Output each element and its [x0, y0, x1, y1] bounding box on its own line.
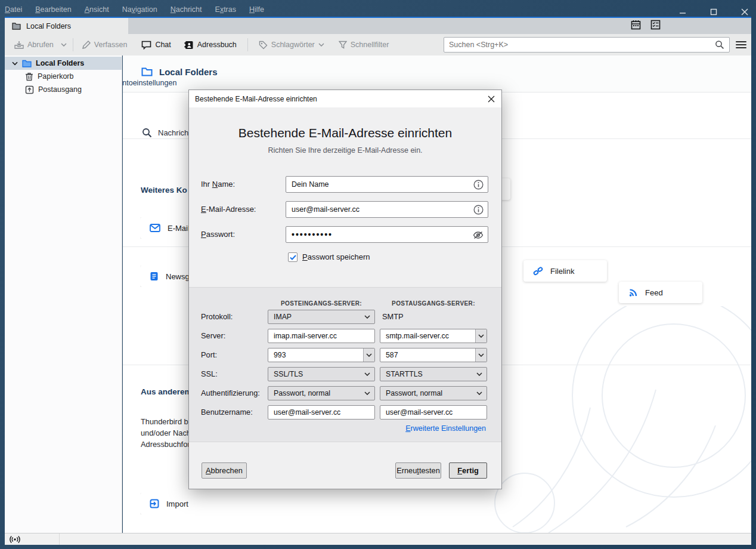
outgoing-server-combo[interactable]: smtp.mail-server.cc — [380, 329, 487, 343]
sidebar-item-papierkorb[interactable]: Papierkorb — [5, 70, 122, 83]
name-label: Ihr Name: — [201, 176, 235, 193]
tags-button[interactable]: Schlagwörter — [254, 38, 329, 53]
envelope-icon — [150, 224, 160, 232]
sidebar-item-label: Postausgang — [38, 85, 82, 94]
sidebar-item-label: Local Folders — [36, 59, 84, 67]
chevron-down-icon — [364, 391, 370, 395]
menu-bearbeiten[interactable]: Bearbeiten — [35, 5, 71, 14]
server-label: Server: — [201, 329, 225, 343]
password-input[interactable]: •••••••••• — [286, 226, 488, 243]
retest-button[interactable]: Erneut testen — [395, 462, 441, 479]
chevron-down-icon[interactable] — [475, 329, 487, 343]
remember-password-checkbox[interactable] — [288, 252, 298, 262]
import-button-clip: Import — [140, 493, 188, 514]
eye-slash-icon[interactable] — [473, 231, 484, 239]
tasks-icon[interactable] — [650, 20, 661, 30]
search-input[interactable]: Suchen <Strg+K> — [444, 37, 730, 53]
search-icon — [715, 40, 724, 50]
dialog-close-icon[interactable] — [484, 92, 499, 106]
feed-button[interactable]: Feed — [619, 282, 702, 303]
get-mail-button[interactable]: Abrufen — [10, 38, 58, 53]
outgoing-ssl-select[interactable]: STARTTLS — [380, 367, 487, 381]
incoming-server-header: POSTEINGANGS-SERVER: — [268, 300, 375, 307]
email-label: E-Mail-Adresse: — [201, 201, 256, 218]
menu-extras[interactable]: Extras — [215, 5, 236, 14]
dialog-subheading: Richten Sie Ihre derzeitige E-Mail-Adres… — [189, 146, 501, 155]
outgoing-server-header: POSTAUSGANGS-SERVER: — [380, 300, 487, 307]
outbox-icon — [25, 85, 34, 94]
outgoing-protocol-value: SMTP — [382, 310, 404, 324]
incoming-ssl-select[interactable]: SSL/TLS — [268, 367, 375, 381]
newsgroup-button[interactable]: Newsg — [140, 266, 188, 287]
toolbar-separator — [247, 38, 248, 51]
calendar-icon[interactable] — [631, 20, 641, 30]
toolbar-separator — [73, 38, 73, 51]
incoming-username-input[interactable]: user@mail-server.cc — [268, 405, 375, 420]
email-account-button[interactable]: E-Mail — [140, 217, 188, 239]
incoming-server-input[interactable]: imap.mail-server.cc — [268, 329, 375, 343]
password-label: Passwort: — [201, 226, 235, 243]
compose-button[interactable]: Verfassen — [77, 38, 132, 53]
cancel-button[interactable]: Abbrechen — [202, 462, 247, 479]
outgoing-auth-select[interactable]: Passwort, normal — [380, 386, 487, 400]
chevron-down-icon — [364, 372, 370, 376]
get-mail-dropdown[interactable] — [58, 40, 69, 50]
email-input[interactable]: user@mail-server.cc — [286, 201, 488, 218]
info-icon — [473, 205, 484, 215]
menu-hilfe[interactable]: Hilfe — [249, 5, 264, 14]
main-toolbar: Abrufen Verfassen Chat Adressbuch Schlag… — [5, 34, 751, 55]
minimize-icon[interactable] — [677, 7, 688, 17]
chevron-down-icon — [476, 372, 482, 376]
incoming-protocol-select[interactable]: IMAP — [268, 310, 375, 324]
tray-icons — [631, 20, 661, 30]
username-label: Benutzername: — [201, 405, 253, 420]
outgoing-port-combo[interactable]: 587 — [380, 348, 487, 362]
search-placeholder: Suchen <Strg+K> — [449, 41, 715, 49]
pencil-icon — [82, 41, 91, 50]
dialog-title: Bestehende E-Mail-Adresse einrichten — [195, 95, 317, 103]
incoming-auth-select[interactable]: Passwort, normal — [268, 386, 375, 400]
menu-datei[interactable]: Datei — [5, 5, 22, 14]
quick-filter-button[interactable]: Schnellfilter — [334, 38, 394, 52]
menu-navigation[interactable]: Navigation — [122, 5, 157, 14]
account-settings-button[interactable]: Kontoeinstellungen — [123, 78, 727, 88]
chevron-down-icon[interactable] — [363, 348, 374, 362]
tab-label: Local Folders — [26, 22, 71, 30]
rss-icon — [628, 288, 638, 297]
trash-icon — [25, 72, 33, 81]
done-button[interactable]: Fertig — [449, 462, 487, 479]
folder-icon — [22, 60, 32, 67]
menu-nachricht[interactable]: Nachricht — [171, 5, 202, 14]
advanced-settings-link[interactable]: Erweiterte Einstellungen — [405, 424, 486, 433]
folder-icon — [141, 67, 153, 76]
filelink-button[interactable]: Filelink — [523, 260, 607, 282]
info-icon — [473, 180, 484, 190]
status-icon-box[interactable] — [5, 533, 60, 545]
close-icon[interactable] — [739, 7, 750, 17]
chat-button[interactable]: Chat — [137, 38, 175, 53]
sidebar-item-postausgang[interactable]: Postausgang — [5, 83, 122, 96]
tab-local-folders[interactable]: Local Folders — [5, 18, 128, 34]
newsgroup-icon — [150, 272, 159, 281]
sidebar-item-local-folders[interactable]: Local Folders — [5, 57, 122, 70]
auth-label: Authentifizierung: — [201, 386, 260, 400]
tag-icon — [259, 41, 268, 50]
folder-icon — [12, 23, 21, 30]
remember-password-label[interactable]: Passwort speichern — [302, 249, 370, 266]
incoming-port-combo[interactable]: 993 — [268, 348, 375, 362]
chevron-down-icon — [364, 315, 370, 319]
outgoing-username-input[interactable]: user@mail-server.cc — [380, 405, 487, 420]
address-book-button[interactable]: Adressbuch — [179, 38, 241, 53]
chevron-down-icon[interactable] — [475, 348, 487, 362]
name-input[interactable]: Dein Name — [286, 176, 488, 193]
maximize-icon[interactable] — [708, 7, 719, 17]
app-menu-icon[interactable] — [735, 39, 748, 51]
dialog-titlebar: Bestehende E-Mail-Adresse einrichten — [189, 90, 501, 107]
status-bar — [5, 533, 751, 545]
import-paragraph: Thunderbird bi und/oder Nach Adressbuchf… — [141, 416, 188, 450]
chevron-down-icon[interactable] — [12, 61, 18, 66]
broadcast-icon — [10, 535, 20, 544]
menu-ansicht[interactable]: Ansicht — [85, 5, 109, 14]
import-button[interactable]: Import — [140, 493, 188, 514]
account-setup-dialog: Bestehende E-Mail-Adresse einrichten Bes… — [188, 90, 502, 489]
